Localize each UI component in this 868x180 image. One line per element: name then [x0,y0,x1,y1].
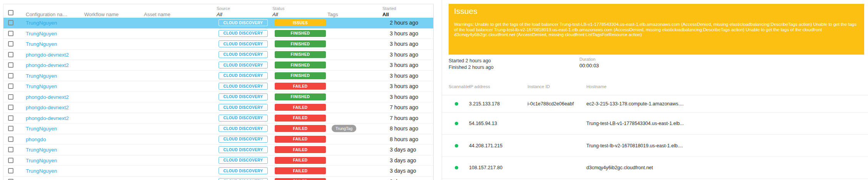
row-checkbox[interactable] [8,168,13,173]
hosts-table-header: Scannable IP address Instance ID Hostnam… [442,84,868,95]
configuration-name-link[interactable]: TrungNguyen [26,83,57,89]
row-checkbox[interactable] [8,115,13,121]
status-filter-dropdown[interactable]: All [272,12,278,17]
configuration-row[interactable]: TrungNguyenCLOUD DISCOVERYFAILED3 days a… [3,177,433,180]
configuration-row[interactable]: TrungNguyenCLOUD DISCOVERYFINISHED3 hour… [3,71,433,82]
configuration-name-link[interactable]: phongdo-devnext2 [26,52,69,57]
host-row: 3.215.133.178i-0c1e788cd2e06eabfec2-3-21… [442,95,868,113]
row-checkbox[interactable] [8,147,13,152]
row-checkbox[interactable] [8,126,13,131]
row-checkbox[interactable] [8,94,13,100]
source-badge: CLOUD DISCOVERY [219,104,268,111]
ip-address-cell: 108.157.217.80 [469,165,502,170]
started-cell: 3 hours ago [390,41,420,47]
row-checkbox[interactable] [8,62,13,68]
source-badge: CLOUD DISCOVERY [219,83,268,90]
status-badge: FAILED [275,104,326,111]
source-badge: CLOUD DISCOVERY [219,115,268,122]
configuration-name-link[interactable]: TrungNguyen [26,157,57,163]
instance-id-cell: i-0c1e788cd2e06eabf [527,101,574,107]
row-checkbox[interactable] [8,31,13,36]
configuration-row[interactable]: TrungNguyenCLOUD DISCOVERYISSUES2 hours … [3,18,433,28]
started-filter-dropdown[interactable]: All [382,12,389,17]
configuration-name-link[interactable]: TrungNguyen [26,178,57,180]
started-cell: 3 hours ago [390,83,420,89]
status-badge: FINISHED [275,93,326,100]
column-source-label: Source [217,6,230,11]
status-badge: FINISHED [275,30,326,37]
configuration-row[interactable]: TrungNguyenCLOUD DISCOVERYFAILED3 hours … [3,81,433,92]
configuration-name-link[interactable]: TrungNguyen [26,41,57,47]
configuration-name-link[interactable]: TrungNguyen [26,126,57,132]
finished-text: Finished 2 hours ago [449,64,494,71]
status-badge: FINISHED [275,40,326,47]
configuration-row[interactable]: phongdo-devnext2CLOUD DISCOVERYFINISHED3… [3,60,433,71]
configuration-row[interactable]: TrungNguyenCLOUD DISCOVERYFINISHED3 hour… [3,39,433,50]
configuration-name-link[interactable]: TrungNguyen [26,20,57,26]
row-checkbox[interactable] [8,73,13,78]
column-started-label: Started [382,6,396,11]
row-checkbox[interactable] [8,179,13,180]
started-cell: 2 hours ago [390,20,420,26]
select-all-checkbox[interactable] [8,10,13,15]
started-cell: 8 hours ago [390,125,420,132]
status-badge: ISSUES [275,19,326,26]
configuration-row[interactable]: TrungNguyenCLOUD DISCOVERYFAILEDTrungTag… [3,123,433,134]
configuration-rows: TrungNguyenCLOUD DISCOVERYISSUES2 hours … [3,18,433,180]
configuration-name-link[interactable]: phongdo-devnext2 [26,62,69,68]
configuration-row[interactable]: phongdo-devnext2CLOUD DISCOVERYFAILED7 h… [3,102,433,113]
configuration-name-link[interactable]: phongdo-devnext2 [26,105,69,110]
configuration-name-link[interactable]: TrungNguyen [26,30,57,36]
row-checkbox[interactable] [8,41,13,47]
configuration-name-link[interactable]: phongdo [26,136,46,142]
status-badge: FAILED [275,167,326,174]
started-cell: 3 hours ago [390,52,420,58]
configuration-row[interactable]: phongdo-devnext2CLOUD DISCOVERYFINISHED3… [3,92,433,103]
row-checkbox[interactable] [8,20,13,25]
status-badge: FAILED [275,178,326,180]
configuration-row[interactable]: phongdoCLOUD DISCOVERYFAILED8 hours ago [3,134,433,145]
column-status-label: Status [272,6,284,11]
started-cell: 3 hours ago [390,62,420,68]
started-cell: 3 days ago [390,157,420,163]
configuration-row[interactable]: TrungNguyenCLOUD DISCOVERYFAILED3 days a… [3,155,433,166]
issues-title: Issues [454,7,477,16]
source-badge: CLOUD DISCOVERY [219,62,268,68]
source-badge: CLOUD DISCOVERY [219,72,268,79]
configuration-row[interactable]: phongdo-devnext2CLOUD DISCOVERYFAILED7 h… [3,113,433,124]
configuration-name-link[interactable]: TrungNguyen [26,73,57,78]
row-checkbox[interactable] [8,83,13,89]
host-row: 54.165.94.13Trung-test-LB-v1-1778543304.… [442,113,868,135]
status-badge: FAILED [275,157,326,164]
table-header: Configuration na… Workflow name Asset na… [3,4,433,18]
started-cell: 7 hours ago [390,115,420,121]
configuration-row[interactable]: TrungNguyenCLOUD DISCOVERYFINISHED3 hour… [3,28,433,39]
issues-warning-banner: Issues Warnings: Unable to get the tags … [449,4,864,55]
configuration-row[interactable]: phongdo-devnext2CLOUD DISCOVERYFINISHED3… [3,50,433,60]
configuration-row[interactable]: TrungNguyenCLOUD DISCOVERYFAILED3 days a… [3,166,433,177]
configuration-name-link[interactable]: TrungNguyen [26,168,57,174]
host-row: 44.208.171.215Trung-test-lb-v2-167081801… [442,135,868,157]
ip-address-cell: 44.208.171.215 [469,143,502,148]
source-badge: CLOUD DISCOVERY [219,125,268,132]
source-badge: CLOUD DISCOVERY [219,30,268,37]
scannable-indicator [455,122,458,125]
row-checkbox[interactable] [8,52,13,57]
started-cell: 3 days ago [390,178,420,180]
duration-label: Duration [579,57,596,62]
source-filter-dropdown[interactable]: All [217,12,222,17]
row-checkbox[interactable] [8,158,13,163]
configuration-row[interactable]: TrungNguyenCLOUD DISCOVERYFAILED3 days a… [3,145,433,155]
scannable-indicator [455,166,458,170]
configuration-name-link[interactable]: TrungNguyen [26,147,57,153]
run-times: Started 2 hours ago Finished 2 hours ago [449,58,494,71]
source-badge: CLOUD DISCOVERY [219,40,268,47]
source-badge: CLOUD DISCOVERY [219,136,268,143]
started-cell: 3 hours ago [390,73,420,79]
row-checkbox[interactable] [8,105,13,110]
hostname-cell: d3cmqy4y6ib2gc.cloudfront.net [586,165,653,170]
tag-chip: TrungTag [332,125,356,132]
configuration-name-link[interactable]: phongdo-devnext2 [26,115,69,121]
row-checkbox[interactable] [8,137,13,142]
configuration-name-link[interactable]: phongdo-devnext2 [26,94,69,100]
